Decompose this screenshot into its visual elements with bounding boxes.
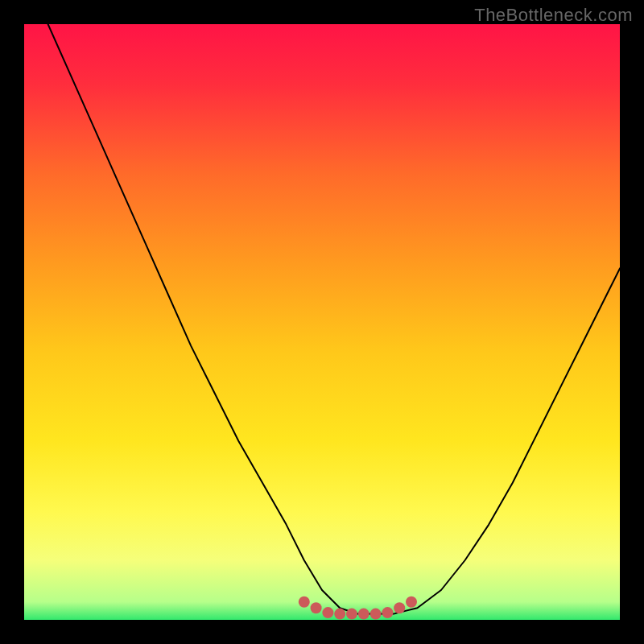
watermark-text: TheBottleneck.com xyxy=(474,5,633,26)
highlight-marker xyxy=(406,597,417,608)
highlight-marker xyxy=(311,602,322,613)
highlight-marker xyxy=(382,607,393,618)
highlight-marker xyxy=(358,609,369,620)
highlight-marker xyxy=(394,602,405,613)
highlight-marker xyxy=(346,609,357,620)
highlight-marker xyxy=(370,609,382,620)
plot-area xyxy=(24,24,620,620)
highlight-marker xyxy=(322,607,333,618)
highlight-marker xyxy=(334,609,345,620)
chart-svg xyxy=(24,24,620,620)
highlight-marker xyxy=(299,597,310,608)
gradient-background xyxy=(24,24,620,620)
chart-frame: TheBottleneck.com xyxy=(0,0,644,644)
